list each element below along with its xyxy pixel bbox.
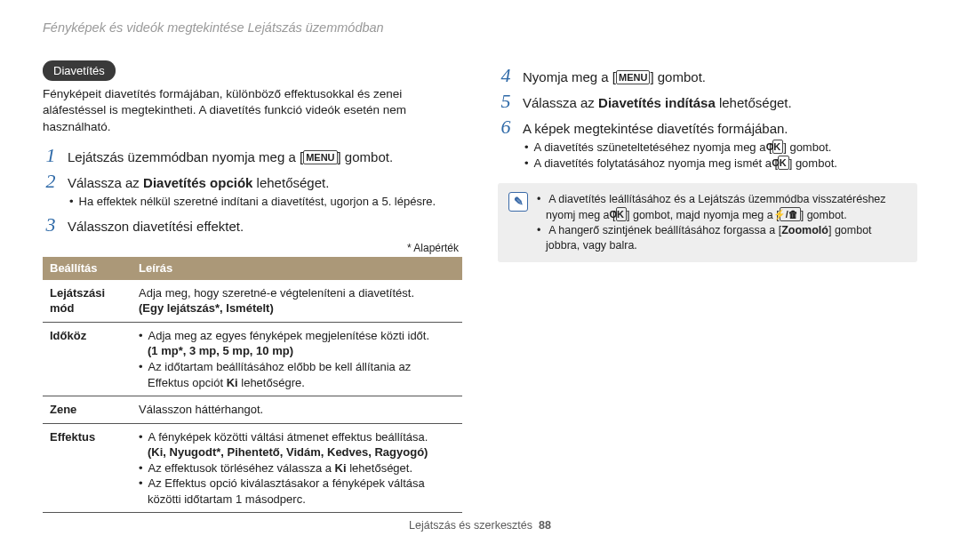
ok-button-icon: OK [616,207,628,221]
intro-text: Fényképeit diavetítés formájában, különb… [43,86,462,135]
options-table: Beállítás Leírás Lejátszási mód Adja meg… [43,257,462,513]
right-column: 4 Nyomja meg a [MENU] gombot. 5 Válassza… [498,60,917,514]
step-6-text: A képek megtekintése diavetítés formájáb… [523,117,788,138]
step-2-text: Válassza az Diavetítés opciók lehetősége… [68,172,329,192]
footer: Lejátszás és szerkesztés 88 [0,518,960,533]
topic-chip: Diavetítés [43,60,116,82]
step-1-text: Lejátszás üzemmódban nyomja meg a [MENU]… [68,146,393,166]
ok-button-icon: OK [772,140,784,154]
note-box: ✎ A diavetítés leállításához és a Lejáts… [498,183,917,262]
th-setting: Beállítás [43,257,132,280]
step-3-text: Válasszon diavetítési effektet. [68,215,244,236]
step-number: 4 [498,66,514,85]
step-6-sub: A diavetítés szüneteltetéséhez nyomja me… [524,140,917,171]
left-column: Diavetítés Fényképeit diavetítés formájá… [43,60,462,514]
step-number: 2 [43,172,59,191]
ok-button-icon: OK [778,156,789,170]
menu-button-icon: MENU [303,150,337,164]
table-row: Lejátszási mód Adja meg, hogy szeretné-e… [43,280,462,323]
table-row: Időköz Adja meg az egyes fényképek megje… [43,322,462,396]
step-number: 3 [43,215,59,235]
step-number: 1 [43,146,59,165]
menu-button-icon: MENU [616,70,650,84]
default-note: * Alapérték [43,241,459,255]
step-2-sub: Ha effektek nélkül szeretné indítani a d… [69,194,462,210]
step-4-text: Nyomja meg a [MENU] gombot. [523,66,706,86]
note-icon: ✎ [508,192,528,212]
th-desc: Leírás [132,257,462,280]
step-number: 5 [498,92,514,111]
table-row: Zene Válasszon háttérhangot. [43,396,462,424]
step-number: 6 [498,117,514,137]
step-5-text: Válassza az Diavetítés indítása lehetősé… [523,92,792,112]
table-row: Effektus A fényképek közötti váltási átm… [43,423,462,513]
section-header: Fényképek és videók megtekintése Lejátsz… [43,20,917,37]
flash-trash-icon: ⚡/🗑 [780,207,801,221]
